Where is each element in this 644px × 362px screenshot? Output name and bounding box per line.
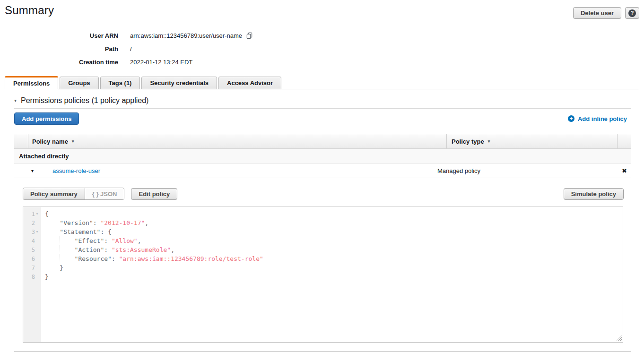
user-arn-value: arn:aws:iam::123456789:user/user-name (130, 32, 242, 39)
policy-table-header: Policy name ▾ Policy type ▾ (14, 134, 631, 149)
tab-permissions[interactable]: Permissions (5, 76, 58, 89)
tab-tags[interactable]: Tags (1) (100, 77, 140, 89)
code-line: 2 "Version": "2012-10-17", (23, 218, 623, 227)
section-collapse-icon[interactable]: ▾ (14, 98, 17, 103)
code-line: 1▾{ (23, 209, 623, 218)
detail-label: User ARN (5, 32, 118, 39)
section-title: Permissions policies (1 policy applied) (21, 96, 148, 105)
table-row-policy: ▾ assume-role-user Managed policy ✖ (14, 164, 631, 178)
column-header-policy-name[interactable]: Policy name ▾ (28, 134, 447, 148)
help-icon: ? (628, 9, 636, 17)
row-expand-caret-icon[interactable]: ▾ (31, 168, 37, 173)
edit-policy-button[interactable]: Edit policy (131, 188, 177, 200)
action-column-header (618, 134, 631, 148)
policy-summary-button[interactable]: Policy summary (23, 188, 85, 199)
sort-caret-icon: ▾ (72, 139, 74, 144)
header-buttons: Delete user ? (573, 7, 639, 19)
tab-groups[interactable]: Groups (60, 77, 98, 89)
group-row-attached-directly: Attached directly (14, 149, 631, 164)
detail-row-user-arn: User ARN arn:aws:iam::123456789:user/use… (5, 29, 253, 42)
detach-policy-icon[interactable]: ✖ (622, 168, 627, 174)
fold-caret-icon: ▾ (35, 212, 41, 216)
permissions-tab-panel: ▾ Permissions policies (1 policy applied… (5, 89, 639, 362)
policy-name-link[interactable]: assume-role-user (52, 167, 100, 174)
add-inline-policy-link[interactable]: + Add inline policy (568, 115, 627, 122)
permissions-toolbar: Add permissions + Add inline policy (14, 112, 627, 126)
policy-type-cell: Managed policy (433, 167, 618, 174)
code-line: 4 "Effect": "Allow", (23, 236, 623, 245)
code-line: 3▾ "Statement": { (23, 227, 623, 236)
code-line: 6 "Resource": "arn:aws:iam::123456789:ro… (23, 254, 623, 263)
user-details: User ARN arn:aws:iam::123456789:user/use… (5, 29, 253, 69)
code-line: 8} (23, 272, 623, 281)
policy-table: Policy name ▾ Policy type ▾ Attached dir… (14, 134, 631, 352)
json-view-button[interactable]: { } JSON (85, 188, 124, 199)
plus-circle-icon: + (568, 115, 574, 122)
page-header: Summary Delete user ? (5, 0, 639, 22)
code-editor-lines: 1▾{2 "Version": "2012-10-17",3▾ "Stateme… (23, 207, 623, 281)
page-title: Summary (5, 4, 639, 17)
delete-user-button[interactable]: Delete user (573, 7, 621, 19)
permissions-policies-section-header: ▾ Permissions policies (1 policy applied… (14, 93, 631, 109)
tab-bar: Permissions Groups Tags (1) Security cre… (5, 76, 283, 89)
path-value: / (130, 45, 132, 52)
view-toggle-group: Policy summary { } JSON (23, 188, 124, 200)
iam-user-summary-page: Summary Delete user ? User ARN arn:aws:i… (0, 0, 644, 362)
sort-caret-icon: ▾ (488, 139, 490, 144)
policy-detail-area: Policy summary { } JSON Edit policy Simu… (14, 178, 631, 352)
fold-caret-icon: ▾ (35, 230, 41, 234)
detail-row-creation-time: Creation time 2022-01-12 13:24 EDT (5, 55, 253, 69)
creation-time-value: 2022-01-12 13:24 EDT (130, 59, 192, 66)
detail-label: Path (5, 45, 118, 52)
expand-column-header (14, 134, 28, 148)
add-permissions-button[interactable]: Add permissions (14, 112, 79, 125)
editor-resize-handle[interactable] (616, 336, 622, 341)
policy-json-editor[interactable]: 1▾{2 "Version": "2012-10-17",3▾ "Stateme… (23, 207, 623, 343)
code-line: 5 "Action": "sts:AssumeRole", (23, 245, 623, 254)
help-button[interactable]: ? (625, 7, 639, 19)
tab-access-advisor[interactable]: Access Advisor (218, 77, 281, 89)
tab-security-credentials[interactable]: Security credentials (141, 77, 217, 89)
column-header-policy-type[interactable]: Policy type ▾ (447, 134, 618, 148)
simulate-policy-button[interactable]: Simulate policy (564, 188, 624, 200)
copy-icon[interactable] (246, 32, 253, 39)
detail-row-path: Path / (5, 42, 253, 55)
detail-label: Creation time (5, 59, 118, 66)
code-line: 7 } (23, 263, 623, 272)
policy-detail-toolbar: Policy summary { } JSON Edit policy Simu… (23, 188, 624, 200)
